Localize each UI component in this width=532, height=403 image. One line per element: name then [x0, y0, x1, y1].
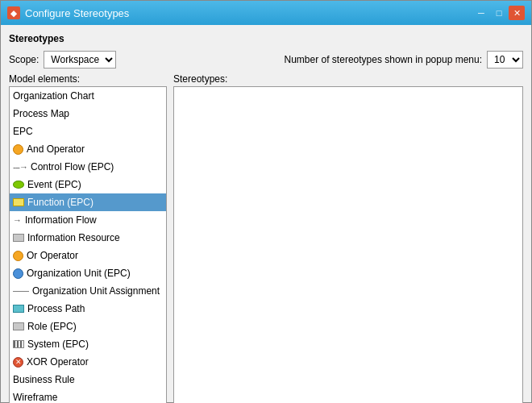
role-icon [13, 322, 24, 330]
list-item[interactable]: Process Map [10, 105, 166, 123]
list-item[interactable]: EPC [10, 123, 166, 140]
minimize-button[interactable]: ─ [473, 6, 489, 20]
model-elements-label: Model elements: [9, 73, 167, 85]
system-icon [13, 340, 24, 348]
title-bar: ◆ Configure Stereotypes ─ □ ✕ [1, 1, 531, 25]
list-item[interactable]: And Operator [10, 140, 166, 158]
app-icon: ◆ [7, 6, 20, 19]
main-content: Model elements: Organization Chart Proce… [9, 73, 523, 403]
event-icon [13, 181, 24, 189]
list-item[interactable]: Process Path [10, 300, 166, 318]
window-body: Stereotypes Scope: Workspace Project Glo… [1, 25, 531, 403]
list-item[interactable]: Wireframe [10, 388, 166, 403]
stereotypes-group-label: Stereotypes [9, 33, 523, 44]
scope-select[interactable]: Workspace Project Global [44, 51, 116, 69]
org-unit-epc-icon [13, 268, 23, 279]
info-flow-icon: → [13, 213, 22, 227]
configure-stereotypes-window: ◆ Configure Stereotypes ─ □ ✕ Stereotype… [0, 0, 532, 403]
list-item[interactable]: System (EPC) [10, 335, 166, 353]
window-title: Configure Stereotypes [25, 7, 129, 19]
list-item[interactable]: Event (EPC) [10, 176, 166, 193]
stereotypes-panel-label: Stereotypes: [173, 73, 523, 85]
right-panel: Stereotypes: Apply changes to stereotype… [173, 73, 523, 403]
maximize-button[interactable]: □ [491, 6, 507, 20]
and-operator-icon [13, 144, 23, 155]
list-item[interactable]: → Information Flow [10, 211, 166, 229]
list-item[interactable]: ✕ XOR Operator [10, 353, 166, 371]
process-path-icon [13, 305, 24, 313]
close-button[interactable]: ✕ [509, 6, 525, 20]
or-operator-icon [13, 251, 23, 261]
scope-row: Scope: Workspace Project Global Number o… [9, 51, 523, 69]
list-item[interactable]: Organization Chart [10, 87, 166, 105]
function-icon [13, 198, 24, 206]
left-panel: Model elements: Organization Chart Proce… [9, 73, 167, 403]
popup-count-select[interactable]: 5 10 15 20 [487, 51, 523, 69]
list-item[interactable]: —— Organization Unit Assignment [10, 282, 166, 300]
info-resource-icon [13, 234, 24, 242]
list-item[interactable]: Information Resource [10, 229, 166, 247]
list-item[interactable]: Role (EPC) [10, 318, 166, 335]
stereotypes-list[interactable] [173, 86, 523, 403]
list-item[interactable]: Or Operator [10, 247, 166, 264]
org-assign-icon: —— [13, 284, 29, 298]
list-item[interactable]: Business Rule [10, 371, 166, 388]
popup-count-label: Number of stereotypes shown in popup men… [285, 54, 482, 65]
control-flow-icon: ---→ [13, 160, 27, 174]
list-item-selected[interactable]: Function (EPC) [10, 193, 166, 211]
model-elements-scroll[interactable]: Organization Chart Process Map EPC And O… [10, 87, 166, 403]
xor-icon: ✕ [13, 357, 23, 368]
scope-label: Scope: [9, 54, 39, 65]
list-item[interactable]: ---→ Control Flow (EPC) [10, 158, 166, 176]
model-elements-list: Organization Chart Process Map EPC And O… [9, 86, 167, 403]
list-item[interactable]: Organization Unit (EPC) [10, 264, 166, 282]
